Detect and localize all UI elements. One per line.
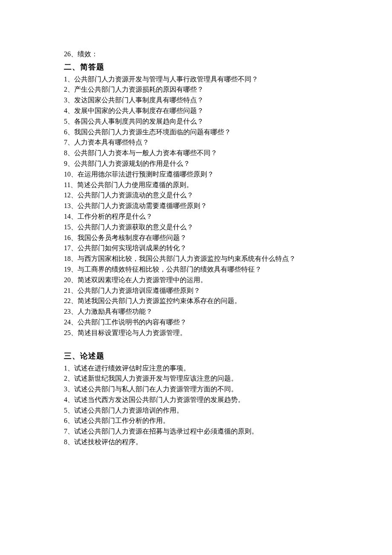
question-item: 19、与工商界的绩效特征相比较，公共部门的绩效具有哪些特征？: [64, 264, 328, 275]
question-item: 16、我国公务员考核制度存在哪些问题？: [64, 233, 328, 243]
question-item: 7、人力资本具有哪些特点？: [64, 137, 328, 148]
section3-heading: 三、论述题: [64, 350, 328, 362]
section3-list: 1、试述在进行绩效评估时应注意的事项。2、试述新世纪我国人力资源开发与管理应该注…: [64, 363, 328, 448]
question-item: 8、试述技校评估的程序。: [64, 437, 328, 448]
question-item: 23、人力激励具有哪些功能？: [64, 306, 328, 317]
question-item: 24、公共部门工作说明书的内容有哪些？: [64, 317, 328, 328]
intro-item: 26、绩效：: [64, 49, 328, 60]
question-item: 4、发展中国家的公共人事制度存在哪些问题？: [64, 106, 328, 116]
question-item: 12、公共部门人力资源流动的意义是什么？: [64, 190, 328, 201]
question-item: 14、工作分析的程序是什么？: [64, 211, 328, 222]
question-item: 21、公共部门人力资源培训应遵循哪些原则？: [64, 286, 328, 296]
question-item: 18、与西方国家相比较，我国公共部门人力资源监控与约束系统有什么特点？: [64, 254, 328, 264]
question-item: 10、在运用德尔菲法进行预测时应遵循哪些原则？: [64, 169, 328, 180]
section-gap: [64, 338, 328, 349]
question-item: 11、简述公共部门人力使用应遵循的原则。: [64, 180, 328, 191]
section2-heading: 二、简答题: [64, 61, 328, 73]
question-item: 25、简述目标设置理论与人力资源管理。: [64, 328, 328, 338]
question-item: 2、产生公共部门人力资源损耗的原因有哪些？: [64, 84, 328, 95]
question-item: 5、试述公共部门人力资源培训的作用。: [64, 405, 328, 416]
question-item: 17、公共部门如何实现培训成果的转化？: [64, 243, 328, 254]
question-item: 3、试述公共部门与私人部门在人力资源管理方面的不同。: [64, 384, 328, 395]
section2-list: 1、公共部门人力资源开发与管理与人事行政管理具有哪些不同？2、产生公共部门人力资…: [64, 74, 328, 338]
question-item: 4、试述当代西方发达国公共部门人力资源管理的发展趋势。: [64, 395, 328, 405]
question-item: 20、简述双因素理论在人力资源管理中的运用。: [64, 275, 328, 286]
question-item: 15、公共部门人力资源获取的意义是什么？: [64, 222, 328, 233]
question-item: 6、试述公共部门工作分析的作用。: [64, 416, 328, 426]
question-item: 3、发达国家公共部门人事制度具有哪些特点？: [64, 95, 328, 106]
question-item: 1、试述在进行绩效评估时应注意的事项。: [64, 363, 328, 374]
question-item: 13、公共部门人力资源流动需要遵循哪些原则？: [64, 201, 328, 211]
question-item: 7、试述公共部门人力资源在招募与选录过程中必须遵循的原则。: [64, 426, 328, 437]
question-item: 2、试述新世纪我国人力资源开发与管理应该注意的问题。: [64, 373, 328, 384]
question-item: 6、我国公共部门人力资源生态环境面临的问题有哪些？: [64, 127, 328, 138]
question-item: 9、公共部门人力资源规划的作用是什么？: [64, 159, 328, 169]
question-item: 5、各国公共人事制度共同的发展趋向是什么？: [64, 116, 328, 127]
question-item: 1、公共部门人力资源开发与管理与人事行政管理具有哪些不同？: [64, 74, 328, 85]
question-item: 22、简述我国公共部门人力资源监控约束体系存在的问题。: [64, 296, 328, 306]
question-item: 8、公共部门人力资本与一般人力资本有哪些不同？: [64, 148, 328, 159]
